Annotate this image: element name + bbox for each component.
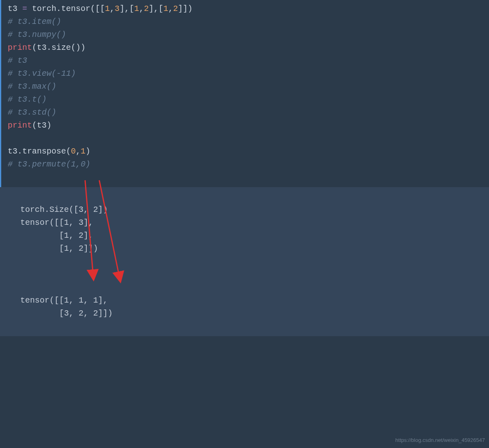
number: 2 xyxy=(173,4,178,13)
output-line xyxy=(20,268,469,281)
variable: t3 xyxy=(37,121,47,130)
variable: t3 xyxy=(8,4,17,13)
code-line[interactable]: t3.transpose(0,1) xyxy=(8,145,486,158)
punctuation: () xyxy=(71,43,81,52)
comment: # t3.permute(1,0) xyxy=(8,160,90,169)
code-line[interactable]: print(t3) xyxy=(8,119,486,132)
punctuation: , xyxy=(168,4,173,13)
punctuation: ) xyxy=(85,147,90,156)
code-line[interactable] xyxy=(8,132,486,145)
code-line[interactable]: # t3.max() xyxy=(8,80,486,93)
code-line[interactable]: # t3.view(-11) xyxy=(8,67,486,80)
output-line: [1, 2]]) xyxy=(20,242,469,255)
code-line[interactable]: # t3 xyxy=(8,54,486,67)
output-line: torch.Size([3, 2]) xyxy=(20,203,469,216)
code-line[interactable]: # t3.numpy() xyxy=(8,28,486,41)
punctuation: ],[ xyxy=(120,4,134,13)
code-editor[interactable]: t3 = torch.tensor([[1,3],[1,2],[1,2]]) #… xyxy=(0,0,489,187)
punctuation: ([[ xyxy=(90,4,105,13)
number: 1 xyxy=(81,147,85,156)
method: torch.tensor xyxy=(32,4,90,13)
output-panel: torch.Size([3, 2]) tensor([[1, 3], [1, 2… xyxy=(0,187,489,336)
watermark: https://blog.csdn.net/weixin_45926547 xyxy=(395,436,485,445)
number: 0 xyxy=(71,147,76,156)
punctuation: ( xyxy=(32,43,37,52)
punctuation: , xyxy=(76,147,81,156)
method: t3.size xyxy=(37,43,71,52)
code-line[interactable]: # t3.std() xyxy=(8,106,486,119)
number: 1 xyxy=(163,4,168,13)
code-line[interactable]: # t3.item() xyxy=(8,15,486,28)
method: t3.transpose xyxy=(8,147,66,156)
number: 1 xyxy=(134,4,139,13)
builtin: print xyxy=(8,121,32,130)
output-line: [3, 2, 2]]) xyxy=(20,307,469,320)
comment: # t3.t() xyxy=(8,95,47,104)
punctuation: ]]) xyxy=(178,4,192,13)
code-line[interactable]: t3 = torch.tensor([[1,3],[1,2],[1,2]]) xyxy=(8,2,486,15)
output-line: [1, 2], xyxy=(20,229,469,242)
punctuation: ( xyxy=(32,121,37,130)
output-line: tensor([[1, 3], xyxy=(20,216,469,229)
comment: # t3.item() xyxy=(8,17,61,26)
comment: # t3.view(-11) xyxy=(8,69,76,78)
output-line xyxy=(20,255,469,268)
punctuation: , xyxy=(139,4,144,13)
output-line: tensor([[1, 1, 1], xyxy=(20,294,469,307)
number: 3 xyxy=(115,4,120,13)
punctuation: ) xyxy=(47,121,51,130)
number: 2 xyxy=(144,4,149,13)
builtin: print xyxy=(8,43,32,52)
punctuation: , xyxy=(110,4,115,13)
punctuation: ) xyxy=(81,43,85,52)
comment: # t3 xyxy=(8,56,27,65)
punctuation: ( xyxy=(66,147,71,156)
number: 1 xyxy=(105,4,110,13)
comment: # t3.numpy() xyxy=(8,30,66,39)
comment: # t3.std() xyxy=(8,108,56,117)
code-line[interactable]: print(t3.size()) xyxy=(8,41,486,54)
code-line[interactable]: # t3.permute(1,0) xyxy=(8,158,486,171)
punctuation: ],[ xyxy=(149,4,163,13)
output-line xyxy=(20,281,469,294)
operator: = xyxy=(17,4,32,13)
comment: # t3.max() xyxy=(8,82,56,91)
code-line[interactable]: # t3.t() xyxy=(8,93,486,106)
